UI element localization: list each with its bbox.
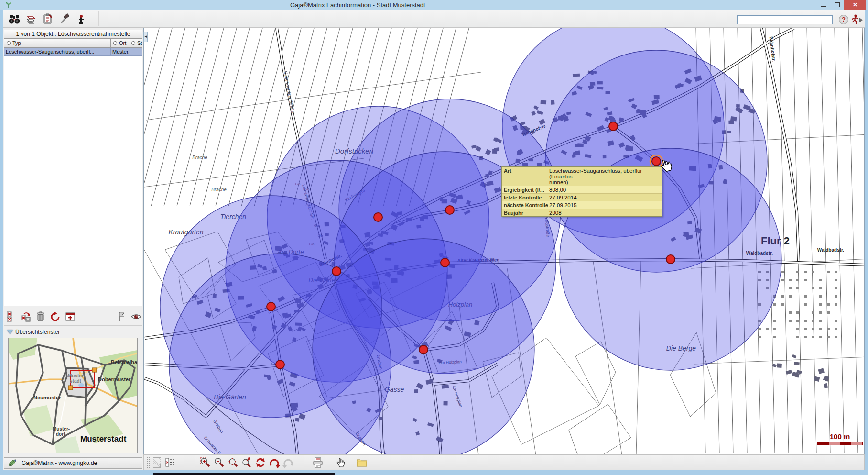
find-icon[interactable]	[8, 13, 21, 25]
map-point[interactable]	[609, 122, 618, 131]
tooltip-row: nächste Kontrolle27.09.2015	[502, 201, 662, 209]
gingko-leaf-icon	[8, 459, 18, 467]
map-point[interactable]	[374, 213, 382, 221]
tools-icon[interactable]	[58, 13, 71, 25]
close-button[interactable]: ✕	[844, 0, 866, 10]
tooltip-row: Baujahr2008	[502, 209, 662, 216]
tooltip-field-label: letzte Kontrolle	[502, 194, 548, 201]
tooltip-row: Ergiebigkeit (l/...808,00	[502, 186, 662, 194]
cell-st	[129, 48, 142, 55]
column-header-ort[interactable]: Ort	[111, 38, 129, 48]
zoom-in-icon[interactable]	[199, 457, 211, 468]
map-scale: 100 m	[817, 432, 863, 445]
exit-runner-icon[interactable]	[850, 14, 864, 25]
scale-segment	[840, 442, 851, 445]
tooltip-field-value: 2008	[548, 209, 662, 216]
toolbar-grip[interactable]	[147, 457, 150, 468]
help-button[interactable]: ?	[839, 15, 848, 24]
sort-radio-icon	[131, 41, 135, 45]
zoom-extent-icon[interactable]	[241, 457, 252, 468]
tooltip-field-value: 808,00	[548, 186, 662, 193]
map-point[interactable]	[441, 258, 449, 267]
map-canvas[interactable]: DorfstückenTierchenKrautgärtenAm DorfeDi…	[143, 28, 865, 454]
zoom-out-icon[interactable]	[213, 457, 225, 468]
cell-typ: Löschwasser-Sauganschluss, überfl...	[4, 48, 111, 55]
print-icon[interactable]	[312, 457, 324, 468]
map-point[interactable]	[445, 206, 454, 214]
delete-trash-icon[interactable]	[35, 311, 46, 322]
overview-header[interactable]: Übersichtsfenster	[7, 328, 60, 336]
column-header-st[interactable]: St...	[129, 38, 142, 48]
scale-segment	[817, 442, 829, 445]
application-window: Gaja®Matrix Fachinformation - Stadt Must…	[0, 0, 868, 475]
sort-radio-icon	[7, 41, 11, 45]
object-row-selected[interactable]: Löschwasser-Sauganschluss, überfl... Mus…	[4, 48, 142, 56]
sort-radio-icon	[113, 41, 117, 45]
invert-selection-icon[interactable]	[20, 311, 32, 322]
hydrant-icon[interactable]	[75, 13, 87, 25]
report-icon[interactable]	[42, 13, 54, 25]
map-point[interactable]	[419, 345, 428, 354]
map-label: Waldbadstr.	[817, 247, 845, 253]
window-title: Gaja®Matrix Fachinformation - Stadt Must…	[290, 1, 425, 9]
pan-hand-icon[interactable]	[335, 457, 347, 468]
cursor-hand-icon	[659, 158, 673, 177]
undo-map-icon[interactable]	[269, 457, 280, 468]
zoom-pan-icon[interactable]	[227, 457, 239, 468]
tooltip-field-value: 27.09.2014	[548, 194, 662, 201]
feature-tooltip: ArtLöschwasser-Sauganschluss, überflur (…	[501, 166, 662, 217]
scale-label: 100 m	[817, 432, 863, 441]
collapse-triangle-icon	[7, 330, 13, 334]
panel-collapse-arrow[interactable]: ◄	[143, 32, 148, 42]
minimize-button[interactable]	[816, 0, 830, 10]
search-input[interactable]	[737, 15, 833, 24]
window-frame-bottom	[0, 470, 868, 475]
tooltip-field-label: Baujahr	[502, 209, 548, 216]
new-entry-icon[interactable]	[65, 311, 76, 322]
object-list-panel: 1 von 1 Objekt : Löschwasserentnahmestel…	[3, 28, 143, 470]
cell-ort: Muster...	[111, 48, 129, 55]
list-tools	[5, 309, 142, 324]
toolbar-grip[interactable]	[153, 457, 161, 468]
redo-map-icon[interactable]	[282, 457, 294, 468]
app-icon	[5, 1, 12, 9]
status-bar: Gaja®Matrix - www.gingko.de	[4, 457, 142, 469]
svg-text:dorf: dorf	[56, 431, 65, 437]
refresh-icon[interactable]	[255, 457, 266, 468]
object-list-header: 1 von 1 Objekt : Löschwasserentnahmestel…	[4, 30, 142, 38]
overview-label-dobermuster: Dobermuster	[98, 376, 131, 382]
overview-map[interactable]: Beispielhausen Dobermuster Neumuster Mus…	[8, 338, 138, 453]
svg-text:stadt: stadt	[70, 378, 82, 384]
map-point[interactable]	[276, 360, 284, 369]
svg-text:Muster-: Muster-	[53, 426, 70, 431]
overview-label-beispielhausen: Beispielhausen	[111, 359, 137, 365]
maximize-button[interactable]	[830, 0, 844, 10]
overview-label-neumuster: Neumuster	[33, 395, 61, 400]
tooltip-field-label: nächste Kontrolle	[502, 201, 548, 209]
overview-city-label: Musterstadt	[80, 434, 127, 443]
deselect-all-icon[interactable]	[5, 311, 17, 322]
undo-icon[interactable]	[50, 311, 61, 322]
svg-text:Muster-: Muster-	[68, 373, 85, 378]
folder-icon[interactable]	[356, 457, 368, 468]
layers-icon[interactable]	[25, 13, 37, 25]
map-point[interactable]	[332, 267, 341, 276]
map-point[interactable]	[666, 255, 675, 264]
tooltip-row: letzte Kontrolle27.09.2014	[502, 194, 662, 201]
visibility-eye-icon[interactable]	[130, 311, 142, 322]
tooltip-row: ArtLöschwasser-Sauganschluss, überflur (…	[502, 167, 662, 186]
legend-icon[interactable]	[165, 457, 176, 468]
column-header-typ[interactable]: Typ	[4, 38, 111, 48]
map-point[interactable]	[267, 302, 275, 311]
flag-icon[interactable]	[116, 311, 127, 322]
object-list: Löschwasser-Sauganschluss, überfl... Mus…	[4, 48, 142, 306]
tooltip-field-value: 27.09.2015	[548, 201, 662, 209]
tooltip-field-label: Ergiebigkeit (l/...	[502, 186, 548, 193]
map-label: Brache	[211, 187, 227, 192]
map-toolbar	[143, 454, 865, 470]
column-headers: Typ Ort St...	[4, 38, 142, 48]
map-label: Liebenwerdaer Straße	[283, 71, 295, 113]
title-bar: Gaja®Matrix Fachinformation - Stadt Must…	[0, 0, 868, 10]
tooltip-field-label: Art	[502, 167, 548, 186]
status-text: Gaja®Matrix - www.gingko.de	[22, 460, 97, 466]
